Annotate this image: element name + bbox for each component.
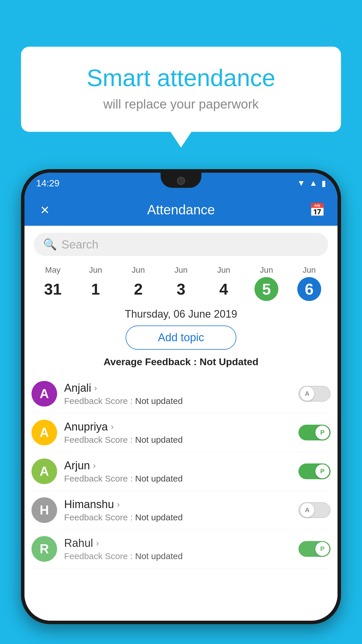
average-feedback-label: Average Feedback : [103,356,199,367]
app-bar-title: Attendance [54,202,308,218]
search-bar[interactable]: 🔍 Search [34,233,328,256]
app-bar: × Attendance 📅 [24,194,338,226]
toggle-knob: A [300,503,314,517]
attendance-toggle[interactable]: A [298,386,331,402]
toggle-track[interactable]: P [298,541,331,557]
student-name[interactable]: Arjun › [64,459,291,472]
calendar-day-6[interactable]: Jun6 [288,265,331,301]
calendar-day-number: 2 [126,277,150,301]
student-name[interactable]: Himanshu › [64,498,291,511]
toggle-knob: A [300,387,314,401]
notch-camera [177,177,185,185]
average-feedback-value: Not Updated [200,356,259,367]
student-name[interactable]: Anupriya › [64,421,291,433]
calendar-day-month: May [31,265,74,275]
calendar-day-month: Jun [245,265,288,275]
phone-container: 14:29 ▼ ▲ ▮ × Attendance 📅 🔍 Search [21,169,341,644]
calendar-day-31[interactable]: May31 [31,265,74,301]
student-chevron-icon: › [111,422,114,432]
student-avatar: A [31,381,57,407]
toggle-track[interactable]: P [298,425,331,440]
calendar-strip: May31Jun1Jun2Jun3Jun4Jun5Jun6 [24,261,338,301]
toggle-track[interactable]: A [298,386,331,402]
student-item: AAnjali ›Feedback Score : Not updatedA [31,374,331,413]
student-name[interactable]: Rahul › [64,537,291,550]
calendar-day-month: Jun [74,265,117,275]
calendar-day-2[interactable]: Jun2 [117,265,160,301]
student-feedback-score: Feedback Score : Not updated [64,396,291,406]
add-topic-button[interactable]: Add topic [126,326,236,350]
student-info: Anupriya ›Feedback Score : Not updated [64,421,291,445]
phone-notch [161,173,201,188]
signal-icon: ▲ [309,178,317,188]
phone-frame: 14:29 ▼ ▲ ▮ × Attendance 📅 🔍 Search [21,169,341,624]
student-name[interactable]: Anjali › [64,382,291,394]
attendance-toggle[interactable]: P [298,463,331,479]
student-list: AAnjali ›Feedback Score : Not updatedAAA… [24,374,338,568]
student-info: Arjun ›Feedback Score : Not updated [64,459,291,484]
student-feedback-score: Feedback Score : Not updated [64,512,291,522]
app-content: 🔍 Search May31Jun1Jun2Jun3Jun4Jun5Jun6 T… [24,226,338,621]
calendar-day-month: Jun [117,265,160,275]
student-feedback-score: Feedback Score : Not updated [64,474,291,484]
student-feedback-score: Feedback Score : Not updated [64,551,291,561]
toggle-knob: P [315,542,329,556]
speech-bubble-subtitle: will replace your paperwork [44,97,318,111]
calendar-day-number: 3 [169,277,193,301]
calendar-day-month: Jun [288,265,331,275]
student-chevron-icon: › [117,499,120,509]
student-avatar: A [31,420,57,445]
attendance-toggle[interactable]: P [298,541,331,557]
search-input[interactable]: Search [61,238,99,251]
student-item: AArjun ›Feedback Score : Not updatedP [31,452,331,491]
phone-inner: 14:29 ▼ ▲ ▮ × Attendance 📅 🔍 Search [24,173,338,621]
student-item: AAnupriya ›Feedback Score : Not updatedP [31,413,331,452]
average-feedback: Average Feedback : Not Updated [24,356,338,368]
student-chevron-icon: › [94,383,97,393]
student-avatar: H [31,497,57,523]
toggle-knob: P [315,464,329,478]
speech-bubble: Smart attendance will replace your paper… [21,47,341,132]
toggle-knob: P [315,426,329,440]
student-item: RRahul ›Feedback Score : Not updatedP [31,530,331,568]
student-item: HHimanshu ›Feedback Score : Not updatedA [31,491,331,530]
calendar-day-number: 5 [254,277,278,301]
speech-bubble-title: Smart attendance [44,64,318,92]
student-chevron-icon: › [93,461,96,470]
calendar-day-5[interactable]: Jun5 [245,265,288,301]
calendar-day-month: Jun [160,265,203,275]
calendar-day-number: 4 [212,277,236,301]
attendance-toggle[interactable]: A [298,502,331,518]
toggle-track[interactable]: P [298,463,331,479]
calendar-day-number: 6 [297,277,321,301]
calendar-day-3[interactable]: Jun3 [160,265,203,301]
student-avatar: A [31,459,57,484]
calendar-day-number: 31 [41,277,65,301]
student-chevron-icon: › [96,538,99,548]
status-icons: ▼ ▲ ▮ [297,178,326,188]
attendance-toggle[interactable]: P [298,425,331,440]
calendar-icon[interactable]: 📅 [308,202,326,217]
calendar-day-1[interactable]: Jun1 [74,265,117,301]
student-info: Rahul ›Feedback Score : Not updated [64,537,291,561]
toggle-track[interactable]: A [298,502,331,518]
calendar-day-number: 1 [84,277,108,301]
search-icon: 🔍 [43,238,57,251]
student-info: Himanshu ›Feedback Score : Not updated [64,498,291,522]
battery-icon: ▮ [321,178,326,188]
close-button[interactable]: × [36,201,54,218]
student-feedback-score: Feedback Score : Not updated [64,435,291,445]
calendar-day-4[interactable]: Jun4 [202,265,245,301]
student-info: Anjali ›Feedback Score : Not updated [64,382,291,406]
status-time: 14:29 [36,178,59,189]
wifi-icon: ▼ [297,178,305,188]
calendar-day-month: Jun [202,265,245,275]
selected-date: Thursday, 06 June 2019 [24,308,338,320]
student-avatar: R [31,536,57,562]
